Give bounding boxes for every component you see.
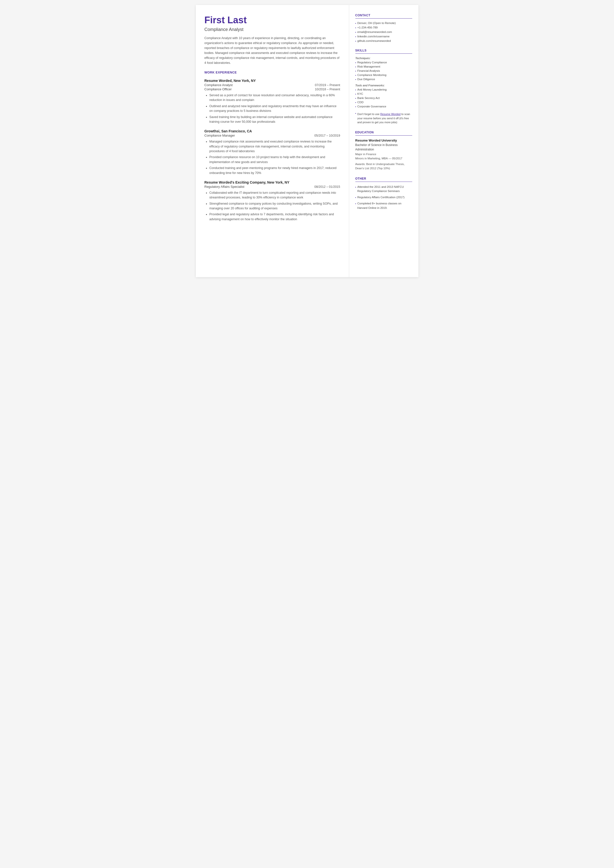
- job-header-2a: Compliance Manager 05/2017 – 10/2019: [205, 134, 340, 137]
- job-header-1a: Compliance Analyst 07/2019 – Present: [205, 83, 340, 87]
- tools-group: Tools and Frameworks: • Anti Money Laund…: [355, 84, 412, 108]
- contact-section: CONTACT • Denver, OH (Open to Remote) • …: [355, 14, 412, 43]
- contact-item-1: • +1-234-456-789: [355, 26, 412, 29]
- skills-note-text: Don't forget to use Resume Worded to sca…: [357, 112, 412, 124]
- role-title-2a: Compliance Manager: [205, 134, 235, 137]
- contact-title: CONTACT: [355, 14, 412, 19]
- education-title: EDUCATION: [355, 130, 412, 136]
- bullet-dot-icon: •: [355, 78, 356, 81]
- contact-value-0: Denver, OH (Open to Remote): [357, 22, 395, 25]
- other-item-0: • Attended the 2011 and 2013 NAFCU Regul…: [355, 185, 412, 194]
- techniques-label: Techniques:: [355, 57, 412, 60]
- bullet-dot-icon: •: [355, 185, 356, 189]
- skill-item-2: • Financial Analysis: [355, 69, 412, 73]
- left-column: First Last Compliance Analyst Compliance…: [196, 5, 349, 277]
- tool-item-4: • Corporate Governance: [355, 105, 412, 108]
- skill-item-1: • Risk Management: [355, 65, 412, 68]
- job-block-2: Growthsi, San Francisco, CA Compliance M…: [205, 129, 340, 175]
- skill-value-4: Due Diligence: [357, 78, 375, 81]
- job-block-1: Resume Worded, New York, NY Compliance A…: [205, 79, 340, 124]
- bullet-dot-icon: •: [355, 202, 356, 206]
- tool-item-1: • KYC: [355, 92, 412, 96]
- other-value-2: Completed 8+ business classes on Harvard…: [357, 202, 412, 210]
- techniques-group: Techniques: • Regulatory Compliance • Ri…: [355, 57, 412, 81]
- skill-item-4: • Due Diligence: [355, 78, 412, 81]
- job-header-3a: Regulatory Affairs Specialist 08/2012 – …: [205, 185, 340, 189]
- date-range-1b: 10/2018 – Present: [315, 88, 340, 91]
- tool-value-2: Bank Secrecy Act: [357, 96, 380, 99]
- education-section: EDUCATION Resume Worded University Bache…: [355, 130, 412, 171]
- candidate-name: First Last: [205, 15, 340, 25]
- other-value-1: Regulatory Affairs Certification (2017): [357, 195, 405, 199]
- bullet-1-3: Saved training time by building an inter…: [209, 115, 340, 124]
- bullet-dot-icon: •: [355, 106, 356, 108]
- contact-item-3: • linkedin.com/in/username: [355, 35, 412, 38]
- bullet-dot-icon: •: [355, 101, 356, 104]
- date-range-3a: 08/2012 – 01/2015: [314, 185, 340, 189]
- bullet-1-2: Outlined and analyzed new legislation an…: [209, 104, 340, 113]
- skill-value-0: Regulatory Compliance: [357, 61, 387, 64]
- other-item-2: • Completed 8+ business classes on Harva…: [355, 202, 412, 210]
- resume-worded-link[interactable]: Resume Worded: [380, 113, 401, 116]
- job-block-3: Resume Worded's Exciting Company, New Yo…: [205, 180, 340, 222]
- company-name-3: Resume Worded's Exciting Company, New Yo…: [205, 180, 340, 184]
- skill-item-0: • Regulatory Compliance: [355, 61, 412, 64]
- bullet-dot-icon: •: [355, 40, 356, 43]
- bullet-dot-icon: •: [355, 65, 356, 68]
- contact-item-2: • email@resumeworded.com: [355, 30, 412, 34]
- bullet-3-2: Strengthened compliance to company polic…: [209, 202, 340, 211]
- other-item-1: • Regulatory Affairs Certification (2017…: [355, 195, 412, 199]
- bullets-3: Collaborated with the IT department to t…: [205, 191, 340, 222]
- bullet-dot-icon: •: [355, 196, 356, 199]
- note-prefix: Don't forget to use: [357, 113, 380, 116]
- role-title-1b: Compliance Officer: [205, 87, 232, 91]
- bullet-dot-icon: •: [355, 89, 356, 91]
- company-name-2: Growthsi, San Francisco, CA: [205, 129, 340, 133]
- bullet-dot-icon: •: [355, 74, 356, 77]
- contact-value-2: email@resumeworded.com: [357, 30, 392, 33]
- right-column: CONTACT • Denver, OH (Open to Remote) • …: [349, 5, 419, 277]
- tool-item-3: • CDD: [355, 101, 412, 104]
- date-range-1a: 07/2019 – Present: [315, 83, 340, 87]
- bullet-dot-icon: •: [355, 61, 356, 64]
- tool-item-2: • Bank Secrecy Act: [355, 96, 412, 100]
- candidate-summary: Compliance Analyst with 10 years of expe…: [205, 36, 340, 65]
- job-header-1b: Compliance Officer 10/2018 – Present: [205, 87, 340, 91]
- tool-value-1: KYC: [357, 92, 363, 95]
- skill-item-3: • Compliance Monitoring: [355, 73, 412, 77]
- other-value-0: Attended the 2011 and 2013 NAFCU Regulat…: [357, 185, 412, 194]
- bullet-dot-icon: •: [355, 36, 356, 38]
- resume-container: First Last Compliance Analyst Compliance…: [196, 5, 419, 277]
- bullet-dot-icon: •: [355, 112, 356, 115]
- role-title-1a: Compliance Analyst: [205, 83, 233, 87]
- bullet-dot-icon: •: [355, 93, 356, 96]
- other-title: OTHER: [355, 177, 412, 182]
- contact-item-0: • Denver, OH (Open to Remote): [355, 22, 412, 25]
- bullet-dot-icon: •: [355, 22, 356, 25]
- work-experience-title: WORK EXPERIENCE: [205, 71, 340, 75]
- skill-value-2: Financial Analysis: [357, 69, 380, 72]
- bullet-1-1: Served as a point of contact for issue r…: [209, 93, 340, 103]
- bullet-2-1: Managed compliance risk assessments and …: [209, 139, 340, 154]
- bullet-dot-icon: •: [355, 97, 356, 100]
- role-title-3a: Regulatory Affairs Specialist: [205, 185, 245, 189]
- tool-item-0: • Anti Money Laundering: [355, 88, 412, 91]
- contact-value-3: linkedin.com/in/username: [357, 35, 389, 38]
- tools-label: Tools and Frameworks:: [355, 84, 412, 87]
- bullet-dot-icon: •: [355, 26, 356, 29]
- bullets-2: Managed compliance risk assessments and …: [205, 139, 340, 175]
- date-range-2a: 05/2017 – 10/2019: [314, 134, 340, 137]
- skills-note: • Don't forget to use Resume Worded to s…: [355, 111, 412, 124]
- skills-title: SKILLS: [355, 49, 412, 54]
- bullet-2-3: Conducted training and peer-mentoring pr…: [209, 166, 340, 175]
- edu-major: Major in Finance: [355, 152, 412, 156]
- edu-awards: Awards: Best in Undergraduate Thesis, De…: [355, 162, 412, 171]
- tool-value-3: CDD: [357, 101, 363, 104]
- bullet-dot-icon: •: [355, 31, 356, 34]
- edu-minor: Minors in Marketing, MBA — 05/2017: [355, 156, 412, 161]
- candidate-title: Compliance Analyst: [205, 27, 340, 32]
- bullet-3-1: Collaborated with the IT department to t…: [209, 191, 340, 200]
- contact-value-1: +1-234-456-789: [357, 26, 378, 29]
- company-name-1: Resume Worded, New York, NY: [205, 79, 340, 83]
- skill-value-3: Compliance Monitoring: [357, 73, 386, 76]
